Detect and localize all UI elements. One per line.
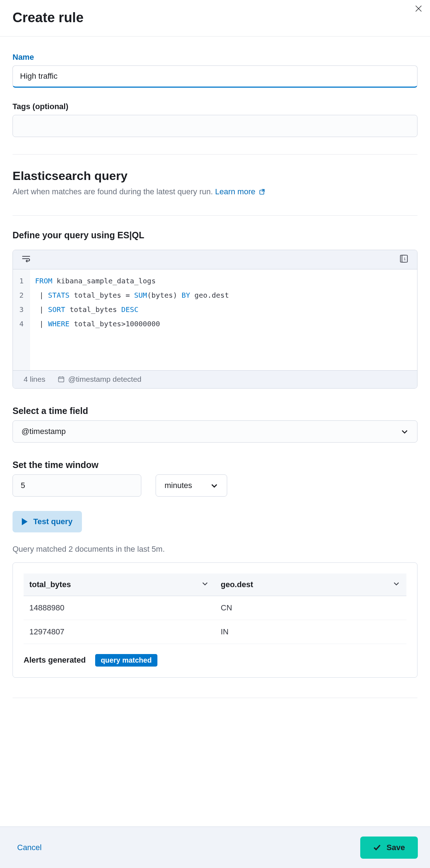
keyboard-shortcut-icon[interactable]: i xyxy=(399,254,409,265)
code-fn: SUM xyxy=(134,291,147,299)
code-txt: geo.dest xyxy=(190,291,229,299)
content: Name Tags (optional) Elasticsearch query… xyxy=(0,36,430,698)
divider xyxy=(13,154,417,155)
table-header-row: total_bytes geo.dest xyxy=(24,574,406,596)
divider xyxy=(13,698,417,698)
play-icon xyxy=(22,518,28,525)
code-txt: | xyxy=(35,291,48,299)
col-label: total_bytes xyxy=(29,580,71,589)
cancel-button[interactable]: Cancel xyxy=(17,843,41,852)
table-row: 12974807 IN xyxy=(24,620,406,644)
time-window-unit-select[interactable]: minutes xyxy=(156,474,227,497)
code-kw: FROM xyxy=(35,277,52,285)
time-field-value: @timestamp xyxy=(21,427,66,436)
editor-footer: 4 lines @timestamp detected xyxy=(13,370,417,388)
close-icon xyxy=(414,4,423,13)
ln-3: 3 xyxy=(19,302,24,317)
chevron-down-icon xyxy=(210,482,218,489)
code-kw: WHERE xyxy=(48,320,69,328)
esql-editor: i 1 2 3 4 FROM kibana_sample_data_logs |… xyxy=(13,250,417,389)
alerts-row: Alerts generated query matched xyxy=(24,654,406,667)
line-numbers: 1 2 3 4 xyxy=(13,269,30,370)
time-window-value-input[interactable]: 5 xyxy=(13,474,141,497)
results-panel: total_bytes geo.dest 14888980 xyxy=(13,562,417,678)
ln-2: 2 xyxy=(19,288,24,302)
header: Create rule xyxy=(0,0,430,36)
section-subtitle: Alert when matches are found during the … xyxy=(13,186,417,198)
chevron-down-icon[interactable] xyxy=(393,580,400,589)
svg-rect-7 xyxy=(58,377,64,382)
timestamp-detected: @timestamp detected xyxy=(58,375,142,384)
learn-more-link[interactable]: Learn more xyxy=(215,187,265,196)
time-window-value: 5 xyxy=(21,481,25,490)
code-lines[interactable]: FROM kibana_sample_data_logs | STATS tot… xyxy=(30,269,417,370)
cell-geo-dest: IN xyxy=(215,620,406,644)
time-field-heading: Select a time field xyxy=(13,406,417,416)
ln-1: 1 xyxy=(19,274,24,288)
code-txt: total_bytes>10000000 xyxy=(69,320,160,328)
cell-total-bytes: 14888980 xyxy=(24,596,215,620)
check-icon xyxy=(373,844,381,852)
code-kw: BY xyxy=(181,291,190,299)
external-link-icon xyxy=(259,186,265,198)
subtitle-text: Alert when matches are found during the … xyxy=(13,187,215,196)
code-kw: SORT xyxy=(48,305,65,314)
test-query-button[interactable]: Test query xyxy=(13,511,82,532)
code-kw: STATS xyxy=(48,291,69,299)
tags-label: Tags (optional) xyxy=(13,102,417,111)
chevron-down-icon[interactable] xyxy=(201,580,209,589)
calendar-icon xyxy=(58,376,65,383)
section-title-query: Elasticsearch query xyxy=(13,169,417,183)
code-kw: DESC xyxy=(121,305,138,314)
time-field-select[interactable]: @timestamp xyxy=(13,420,417,443)
word-wrap-icon[interactable] xyxy=(21,255,31,264)
cell-geo-dest: CN xyxy=(215,596,406,620)
close-button[interactable] xyxy=(414,4,424,14)
code-txt: | xyxy=(35,305,48,314)
ln-4: 4 xyxy=(19,317,24,331)
editor-toolbar: i xyxy=(13,250,417,269)
tags-input[interactable] xyxy=(13,115,417,137)
code-txt: total_bytes xyxy=(65,305,121,314)
footer: Cancel Save xyxy=(0,826,430,868)
time-window-heading: Set the time window xyxy=(13,460,417,470)
col-geo-dest[interactable]: geo.dest xyxy=(215,574,406,596)
query-result-text: Query matched 2 documents in the last 5m… xyxy=(13,545,417,554)
lines-count: 4 lines xyxy=(24,375,45,384)
name-input[interactable] xyxy=(13,65,417,88)
define-query-heading: Define your query using ES|QL xyxy=(13,230,417,240)
code-txt: total_bytes = xyxy=(69,291,134,299)
save-button[interactable]: Save xyxy=(360,837,418,859)
code-txt: kibana_sample_data_logs xyxy=(52,277,156,285)
time-window-unit: minutes xyxy=(165,481,192,490)
test-query-label: Test query xyxy=(33,517,73,526)
editor-body[interactable]: 1 2 3 4 FROM kibana_sample_data_logs | S… xyxy=(13,269,417,370)
alerts-badge: query matched xyxy=(95,654,157,667)
svg-text:i: i xyxy=(404,257,406,262)
divider xyxy=(13,215,417,216)
chevron-down-icon xyxy=(401,428,409,435)
save-label: Save xyxy=(387,843,405,852)
code-txt: | xyxy=(35,320,48,328)
alerts-label: Alerts generated xyxy=(24,655,86,665)
page-title: Create rule xyxy=(13,10,417,25)
cell-total-bytes: 12974807 xyxy=(24,620,215,644)
name-label: Name xyxy=(13,53,417,62)
results-table: total_bytes geo.dest 14888980 xyxy=(24,574,406,644)
learn-more-text: Learn more xyxy=(215,187,255,196)
code-txt: (bytes) xyxy=(147,291,181,299)
col-total-bytes[interactable]: total_bytes xyxy=(24,574,215,596)
table-row: 14888980 CN xyxy=(24,596,406,620)
timestamp-text: @timestamp detected xyxy=(68,375,142,384)
col-label: geo.dest xyxy=(221,580,253,589)
time-window-row: 5 minutes xyxy=(13,474,417,497)
